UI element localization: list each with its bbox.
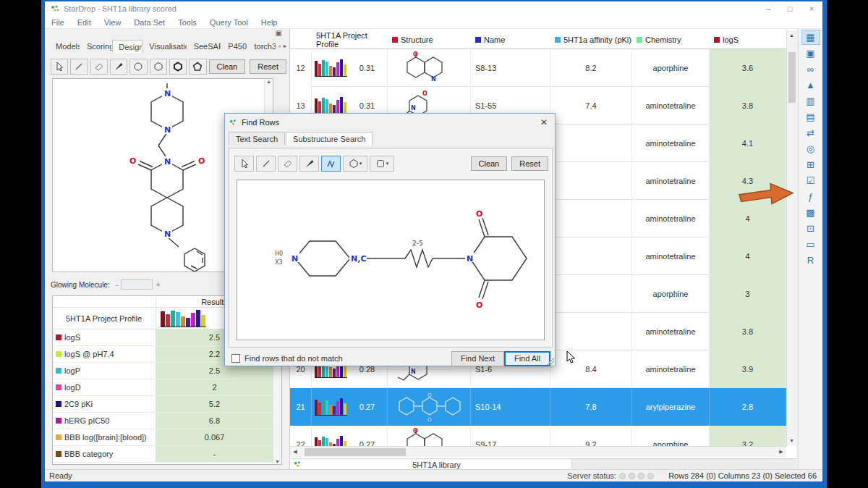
menu-edit[interactable]: Edit: [71, 18, 98, 27]
variable-chain-tool-button[interactable]: [321, 156, 341, 172]
affinity-cell: 8.2: [550, 49, 632, 87]
column-grid-icon[interactable]: ▥: [801, 93, 820, 109]
result-name: logS @ pH7.4: [64, 350, 114, 358]
hexagon-tool-button[interactable]: [150, 59, 167, 75]
r-group-icon[interactable]: R: [801, 253, 820, 268]
glowing-molecule-field[interactable]: [121, 279, 153, 290]
menu-view[interactable]: View: [98, 18, 128, 27]
group-tool-dropdown-button[interactable]: ▾: [370, 156, 394, 172]
wedge-bond-tool-button[interactable]: [299, 156, 319, 172]
tab-substructure-search[interactable]: Substructure Search: [286, 132, 373, 146]
column-header-5ht1a-affinity-pki-[interactable]: 5HT1a affinity (pKi): [550, 30, 632, 49]
find-all-button[interactable]: Find All: [504, 351, 550, 366]
pentagon-tool-button[interactable]: [189, 59, 206, 75]
tab-models[interactable]: Models: [49, 39, 80, 53]
wedge-bond-tool-button[interactable]: [110, 59, 127, 75]
menu-query-tool[interactable]: Query Tool: [203, 18, 255, 27]
dataset-tab-active[interactable]: 5HT1A library: [290, 459, 572, 470]
column-header-name[interactable]: Name: [471, 30, 550, 49]
table-horizontal-scrollbar[interactable]: ◀ ▶: [290, 446, 786, 457]
column-header-logs[interactable]: logS: [710, 30, 786, 49]
select-tool-button[interactable]: [234, 156, 254, 172]
dialog-clean-button[interactable]: Clean: [471, 156, 508, 171]
menu-file[interactable]: File: [45, 18, 71, 27]
table-row[interactable]: 210.27S10-147.8arylpiperazine2.8: [290, 388, 786, 426]
no-match-checkbox[interactable]: [231, 354, 240, 363]
close-button[interactable]: ×: [801, 1, 822, 16]
legend-color-square: [56, 451, 61, 457]
tab-scroll-next-icon[interactable]: ▸: [282, 43, 288, 49]
maximize-button[interactable]: □: [779, 1, 801, 16]
query-editor-canvas[interactable]: N N,C N O O H0 X3 2-5: [237, 180, 545, 340]
matrix-icon[interactable]: ▩: [801, 205, 820, 220]
linked-data-icon[interactable]: ∞: [801, 62, 820, 77]
dialog-reset-button[interactable]: Reset: [511, 156, 548, 171]
tab-seesar[interactable]: SeeSAR: [187, 39, 222, 53]
find-next-button[interactable]: Find Next: [451, 351, 504, 366]
column-header-5ht1a-project-profile[interactable]: 5HT1A Project Profile: [312, 30, 388, 49]
insert-column-icon[interactable]: ▤: [801, 109, 820, 125]
hscroll-thumb[interactable]: [305, 448, 406, 456]
vscroll-thumb[interactable]: [788, 52, 796, 103]
dialog-resize-grip[interactable]: [547, 358, 554, 365]
scroll-left-icon[interactable]: ◀: [290, 449, 300, 455]
data-table-icon[interactable]: ▦: [801, 30, 820, 45]
column-header-chemistry[interactable]: Chemistry: [632, 30, 710, 49]
ring-tool-dropdown-button[interactable]: ▾: [343, 156, 367, 172]
table-row[interactable]: 120.31S8-138.2aporphine3.6: [290, 49, 786, 87]
tab-torch3[interactable]: torch3: [247, 39, 276, 53]
aromatic-ring-tool-button[interactable]: [169, 59, 187, 75]
find-icon[interactable]: ◎: [801, 141, 820, 156]
scroll-right-icon[interactable]: ▶: [776, 449, 786, 455]
merge-icon[interactable]: ▭: [801, 237, 820, 252]
result-row[interactable]: BBB log([brain]:[blood])0.067: [53, 429, 273, 446]
tab-p450[interactable]: P450: [221, 39, 247, 53]
menu-data-set[interactable]: Data Set: [127, 18, 171, 27]
clean-button[interactable]: Clean: [209, 59, 246, 74]
result-name-cell: logP: [53, 363, 156, 379]
eraser-tool-button[interactable]: [278, 156, 297, 172]
tab-scroll-prev-icon[interactable]: ◂: [276, 43, 282, 49]
profile-value: 0.27: [347, 403, 387, 411]
scroll-down-icon[interactable]: ▼: [787, 436, 796, 446]
chevron-down-icon: ▾: [386, 161, 389, 167]
ring-tool-button[interactable]: [129, 59, 147, 75]
column-color-square: [392, 37, 398, 43]
scroll-up-icon[interactable]: ▲: [787, 30, 796, 41]
menu-tools[interactable]: Tools: [171, 18, 203, 27]
tab-scoring[interactable]: Scoring: [80, 39, 112, 53]
append-rows-icon[interactable]: ⊞: [801, 157, 820, 172]
bond-tool-button[interactable]: [70, 59, 88, 75]
eraser-tool-button[interactable]: [90, 59, 108, 75]
column-header-structure[interactable]: Structure: [388, 30, 471, 49]
select-tool-button[interactable]: [51, 59, 68, 75]
glowing-plus[interactable]: +: [156, 280, 160, 289]
result-row[interactable]: logD2: [53, 379, 273, 396]
svg-text:O: O: [476, 300, 482, 310]
affinity-cell: [550, 237, 632, 275]
tab-visualisation[interactable]: Visualisation: [142, 39, 187, 53]
bond-tool-button[interactable]: [256, 156, 276, 172]
result-row[interactable]: hERG pIC506.8: [53, 413, 273, 429]
card-view-icon[interactable]: ▣: [801, 46, 820, 61]
result-row[interactable]: BBB category-: [53, 446, 273, 463]
chemical-space-icon[interactable]: ▲: [801, 77, 820, 93]
float-panel-icon[interactable]: ▣: [272, 29, 285, 38]
menu-help[interactable]: Help: [255, 18, 284, 27]
minimize-button[interactable]: –: [757, 1, 779, 16]
reset-button[interactable]: Reset: [250, 59, 286, 74]
tab-text-search[interactable]: Text Search: [229, 132, 285, 145]
svg-text:O: O: [129, 156, 136, 166]
copy-dataset-icon[interactable]: ⊡: [801, 221, 820, 236]
transpose-icon[interactable]: ⇄: [801, 125, 820, 140]
result-name: logS: [64, 333, 80, 342]
tab-design[interactable]: Design: [112, 40, 142, 53]
glowing-minus[interactable]: -: [116, 280, 119, 289]
dialog-close-button[interactable]: ✕: [533, 114, 555, 130]
edit-grid-icon[interactable]: ☑: [801, 173, 820, 188]
function-icon[interactable]: ƒ: [801, 189, 820, 204]
substructure-search-panel: ▾ ▾ Clean Reset N N,C N: [229, 148, 553, 348]
table-row[interactable]: 220.27S9-179.2aporphine3.2: [290, 426, 786, 446]
result-row[interactable]: 2C9 pKi5.2: [53, 396, 273, 413]
table-vertical-scrollbar[interactable]: ▲ ▼: [786, 30, 796, 446]
